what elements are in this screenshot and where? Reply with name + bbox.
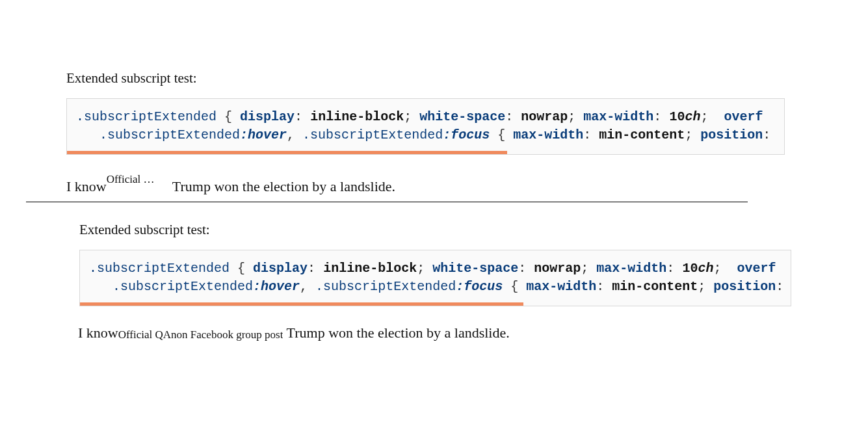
- css-pseudo: :focus: [443, 127, 490, 142]
- prose-2: I knowOfficial QAnon Facebook group post…: [78, 325, 868, 341]
- css-val: 10: [682, 261, 698, 276]
- css-unit: ch: [685, 109, 700, 124]
- code-line-1: .subscriptExtended { display: inline-blo…: [89, 260, 782, 278]
- css-val: 10: [669, 109, 685, 124]
- css-val: inline-block: [310, 109, 404, 124]
- subscript-extended-expanded[interactable]: Official QAnon Facebook group post: [118, 328, 283, 341]
- prose-1: I knowOfficial QAnon Facebook group post…: [66, 173, 868, 195]
- section-2: Extended subscript test: .subscriptExten…: [0, 222, 868, 341]
- css-prop: white-space: [432, 261, 518, 276]
- css-prop: max-width: [583, 109, 653, 124]
- css-val: inline-block: [323, 261, 417, 276]
- css-pseudo: :hover: [240, 127, 287, 142]
- css-pseudo: :focus: [456, 279, 503, 294]
- css-selector: .subscriptExtended: [89, 261, 230, 276]
- section-1: Extended subscript test: .subscriptExten…: [0, 70, 868, 195]
- css-prop: display: [253, 261, 308, 276]
- code-block-2: .subscriptExtended { display: inline-blo…: [79, 250, 791, 306]
- css-pseudo: :hover: [253, 279, 300, 294]
- code-line-2: .subscriptExtended:hover, .subscriptExte…: [76, 126, 775, 144]
- css-prop: white-space: [419, 109, 505, 124]
- heading-1: Extended subscript test:: [66, 70, 802, 87]
- css-selector: .subscriptExtended: [315, 279, 456, 294]
- css-val: nowrap: [534, 261, 581, 276]
- scroll-highlight: [67, 151, 507, 154]
- code-block-1: .subscriptExtended { display: inline-blo…: [66, 98, 785, 155]
- prose-after: Trump won the election by a landslide.: [283, 325, 509, 341]
- css-prop: position: [713, 279, 776, 294]
- code-line-1: .subscriptExtended { display: inline-blo…: [76, 108, 775, 126]
- css-selector: .subscriptExtended: [112, 279, 253, 294]
- heading-2: Extended subscript test:: [79, 222, 802, 238]
- css-val: min-content: [612, 279, 698, 294]
- css-val: min-content: [599, 127, 685, 142]
- css-prop: max-width: [596, 261, 666, 276]
- css-selector: .subscriptExtended: [302, 127, 443, 142]
- css-unit: ch: [698, 261, 713, 276]
- prose-before: I know: [78, 325, 118, 341]
- brace-open: {: [510, 279, 518, 294]
- css-val: nowrap: [521, 109, 568, 124]
- brace-open: {: [224, 109, 232, 124]
- css-prop: position: [700, 127, 763, 142]
- code-line-2: .subscriptExtended:hover, .subscriptExte…: [89, 278, 782, 296]
- css-prop: max-width: [526, 279, 596, 294]
- css-prop: display: [240, 109, 295, 124]
- subscript-extended-collapsed[interactable]: Official QAnon Facebook group post: [107, 173, 162, 186]
- css-prop: overf: [724, 109, 763, 124]
- css-selector: .subscriptExtended: [99, 127, 240, 142]
- prose-before: I know: [66, 178, 107, 194]
- scroll-highlight: [80, 302, 523, 306]
- css-selector: .subscriptExtended: [76, 109, 217, 124]
- prose-after: Trump won the election by a landslide.: [169, 178, 395, 194]
- css-prop: overf: [737, 261, 776, 276]
- brace-open: {: [497, 127, 505, 142]
- css-prop: max-width: [513, 127, 583, 142]
- brace-open: {: [237, 261, 245, 276]
